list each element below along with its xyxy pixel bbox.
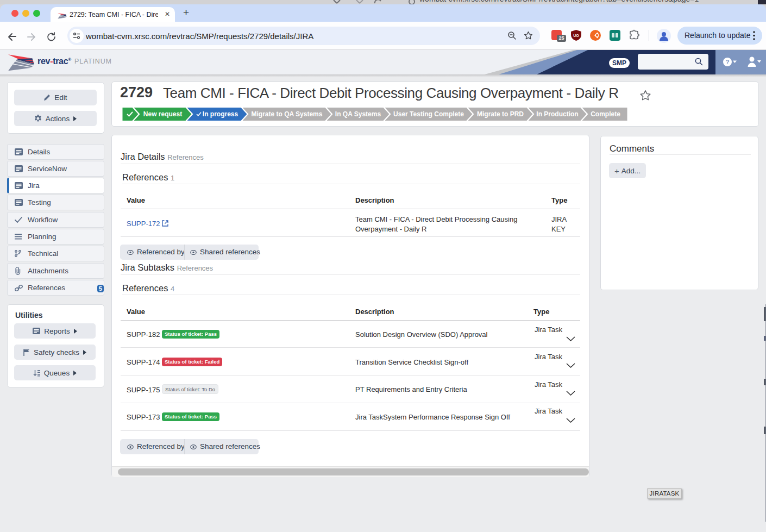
svg-text:?: ? — [726, 59, 730, 65]
svg-text:UO: UO — [573, 34, 579, 37]
